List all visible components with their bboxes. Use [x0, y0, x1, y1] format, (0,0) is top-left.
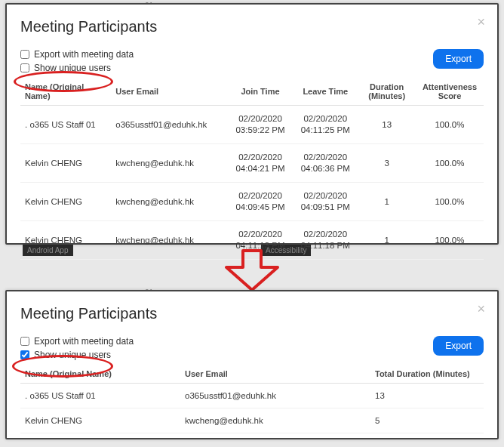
cell-total: 13: [370, 384, 484, 408]
show-unique-users-label: Show unique users: [34, 63, 111, 73]
table-row: Kelvin CHENGkwcheng@eduhk.hk02/20/2020 0…: [20, 220, 484, 259]
cell-leave: 02/20/2020 04:11:18 PM: [293, 220, 358, 259]
cell-name: . o365 US Staff 01: [20, 384, 180, 408]
table-row: Kelvin CHENGkwcheng@eduhk.hk5: [20, 408, 484, 433]
col-email[interactable]: User Email: [180, 365, 370, 384]
col-total[interactable]: Total Duration (Minutes): [370, 365, 484, 384]
modal-title: Meeting Participants: [20, 18, 484, 35]
col-email[interactable]: User Email: [111, 78, 228, 106]
cell-duration: 3: [358, 143, 416, 182]
cell-email: kwcheng@eduhk.hk: [111, 220, 228, 259]
export-with-meeting-data-checkbox[interactable]: Export with meeting data: [20, 49, 134, 60]
cell-attent: 100.0%: [416, 143, 484, 182]
table-row: Kelvin CHENGkwcheng@eduhk.hk02/20/2020 0…: [20, 182, 484, 220]
col-duration[interactable]: Duration (Minutes): [358, 78, 416, 106]
export-with-meeting-data-input[interactable]: [20, 50, 29, 59]
export-with-meeting-data-input[interactable]: [20, 337, 29, 346]
table-row: Kelvin CHENGkwcheng@eduhk.hk02/20/2020 0…: [20, 143, 484, 182]
cell-duration: 13: [358, 106, 416, 144]
cell-duration: 1: [358, 220, 416, 259]
cell-name: . o365 US Staff 01: [20, 106, 111, 144]
cell-leave: 02/20/2020 04:06:36 PM: [293, 143, 358, 182]
cell-duration: 1: [358, 182, 416, 220]
participants-modal-before: × Meeting Participants Export with meeti…: [5, 3, 499, 245]
col-leave[interactable]: Leave Time: [293, 78, 358, 106]
cell-name: Kelvin CHENG: [20, 143, 111, 182]
cell-attent: 100.0%: [416, 106, 484, 144]
cell-total: 5: [370, 408, 484, 433]
cell-attent: 100.0%: [416, 182, 484, 220]
table-row: . o365 US Staff 01o365usstf01@eduhk.hk13: [20, 384, 484, 408]
cell-join: 02/20/2020 03:59:22 PM: [228, 106, 293, 144]
export-with-meeting-data-checkbox[interactable]: Export with meeting data: [20, 336, 134, 347]
col-attent[interactable]: Attentiveness Score: [416, 78, 484, 106]
cell-name: Kelvin CHENG: [20, 220, 111, 259]
cell-join: 02/20/2020 04:04:21 PM: [228, 143, 293, 182]
participants-modal-after: × Meeting Participants Export with meeti…: [5, 290, 499, 439]
show-unique-users-label: Show unique users: [34, 350, 111, 360]
table-row: . o365 US Staff 01o365usstf01@eduhk.hk02…: [20, 106, 484, 144]
cell-email: o365usstf01@eduhk.hk: [180, 384, 370, 408]
close-icon[interactable]: ×: [477, 302, 485, 316]
cell-email: kwcheng@eduhk.hk: [111, 182, 228, 220]
export-with-meeting-data-label: Export with meeting data: [34, 49, 134, 60]
show-unique-users-input[interactable]: [20, 350, 29, 359]
cell-join: 02/20/2020 04:09:45 PM: [228, 182, 293, 220]
cell-email: kwcheng@eduhk.hk: [111, 143, 228, 182]
cell-name: Kelvin CHENG: [20, 408, 180, 433]
participants-table: Name (Original Name) User Email Join Tim…: [20, 78, 484, 260]
modal-title: Meeting Participants: [20, 305, 484, 322]
cell-email: o365usstf01@eduhk.hk: [111, 106, 228, 144]
cell-leave: 02/20/2020 04:09:51 PM: [293, 182, 358, 220]
cell-leave: 02/20/2020 04:11:25 PM: [293, 106, 358, 144]
cell-attent: 100.0%: [416, 220, 484, 259]
close-icon[interactable]: ×: [477, 15, 485, 29]
show-unique-users-checkbox[interactable]: Show unique users: [20, 63, 134, 73]
cell-name: Kelvin CHENG: [20, 182, 111, 220]
col-name[interactable]: Name (Original Name): [20, 78, 111, 106]
export-button[interactable]: Export: [433, 336, 484, 356]
export-with-meeting-data-label: Export with meeting data: [34, 336, 134, 347]
participants-table-unique: Name (Original Name) User Email Total Du…: [20, 365, 484, 433]
cell-join: 02/20/2020 04:11:13 PM: [228, 220, 293, 259]
show-unique-users-input[interactable]: [20, 63, 29, 72]
cell-email: kwcheng@eduhk.hk: [180, 408, 370, 433]
col-name[interactable]: Name (Original Name): [20, 365, 180, 384]
col-join[interactable]: Join Time: [228, 78, 293, 106]
show-unique-users-checkbox[interactable]: Show unique users: [20, 350, 134, 360]
export-button[interactable]: Export: [433, 49, 484, 69]
